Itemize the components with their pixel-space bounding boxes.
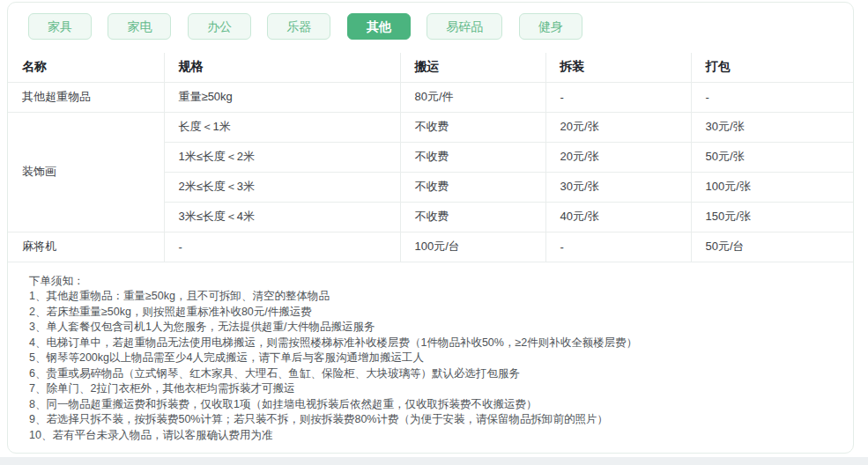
table-row: 麻将机 - 100元/台 - 50元/台 (8, 232, 853, 262)
spec-cell: 重量≥50kg (164, 82, 400, 112)
bottom-divider (0, 457, 868, 465)
moving-cell: 不收费 (400, 112, 545, 142)
moving-cell: 80元/件 (400, 82, 545, 112)
note-item: 8、同一物品超重搬运费和拆装费，仅收取1项（如挂墙电视拆装后依然超重，仅收取拆装… (29, 397, 832, 413)
note-item: 10、若有平台未录入物品，请以客服确认费用为准 (29, 428, 832, 444)
table-row: 装饰画 长度＜1米 不收费 20元/张 30元/张 (8, 112, 853, 142)
spec-cell: 1米≤长度＜2米 (164, 142, 400, 172)
tab-office[interactable]: 办公 (188, 13, 251, 40)
column-header-spec: 规格 (164, 53, 400, 82)
moving-cell: 100元/台 (400, 232, 545, 262)
category-tabs: 家具 家电 办公 乐器 其他 易碎品 健身 (8, 3, 853, 41)
column-header-packing: 打包 (691, 53, 853, 82)
moving-cell: 不收费 (400, 202, 545, 232)
packing-cell: 100元/张 (691, 172, 853, 202)
table-header-row: 名称 规格 搬运 拆装 打包 (8, 53, 853, 82)
packing-cell: 150元/张 (691, 202, 853, 232)
tab-instruments[interactable]: 乐器 (267, 13, 330, 40)
disassembly-cell: 30元/张 (545, 172, 691, 202)
disassembly-cell: 20元/张 (545, 112, 691, 142)
spec-cell: 长度＜1米 (164, 112, 400, 142)
pricing-panel: 家具 家电 办公 乐器 其他 易碎品 健身 名称 规格 搬运 拆装 打包 其他超… (7, 2, 854, 454)
column-header-disassembly: 拆装 (545, 53, 691, 82)
column-header-name: 名称 (8, 53, 164, 82)
tab-fitness[interactable]: 健身 (519, 13, 582, 40)
order-notes: 下单须知： 1、其他超重物品：重量≥50kg，且不可拆卸、清空的整体物品 2、若… (8, 262, 853, 444)
item-name-cell: 麻将机 (8, 232, 164, 262)
disassembly-cell: - (545, 232, 691, 262)
packing-cell: 30元/张 (691, 112, 853, 142)
packing-cell: - (691, 82, 853, 112)
packing-cell: 50元/张 (691, 142, 853, 172)
moving-cell: 不收费 (400, 142, 545, 172)
note-item: 5、钢琴等200kg以上物品需至少4人完成搬运，请下单后与客服沟通增加搬运工人 (29, 351, 832, 366)
table-row: 其他超重物品 重量≥50kg 80元/件 - - (8, 82, 853, 112)
disassembly-cell: 40元/张 (545, 202, 691, 232)
pricing-table: 名称 规格 搬运 拆装 打包 其他超重物品 重量≥50kg 80元/件 - - … (8, 53, 853, 262)
packing-cell: 50元/台 (691, 232, 853, 262)
tab-furniture[interactable]: 家具 (28, 13, 92, 40)
column-header-moving: 搬运 (400, 53, 545, 82)
moving-cell: 不收费 (400, 172, 545, 202)
tab-appliances[interactable]: 家电 (108, 13, 171, 40)
disassembly-cell: - (545, 82, 691, 112)
item-name-cell: 其他超重物品 (8, 82, 164, 112)
tab-fragile[interactable]: 易碎品 (427, 13, 502, 40)
note-item: 7、除单门、2拉门衣柜外，其他衣柜均需拆装才可搬运 (29, 381, 832, 397)
note-item: 1、其他超重物品：重量≥50kg，且不可拆卸、清空的整体物品 (29, 289, 832, 305)
note-item: 3、单人套餐仅包含司机1人为您服务，无法提供超重/大件物品搬运服务 (29, 320, 832, 336)
spec-cell: 2米≤长度＜3米 (164, 172, 400, 202)
spec-cell: - (164, 232, 400, 262)
note-item: 4、电梯订单中，若超重物品无法使用电梯搬运，则需按照楼梯标准补收楼层费（1件物品… (29, 336, 832, 351)
note-item: 6、贵重或易碎物品（立式钢琴、红木家具、大理石、鱼缸、保险柜、大块玻璃等）默认必… (29, 366, 832, 382)
note-item: 2、若床垫重量≥50kg，则按照超重标准补收80元/件搬运费 (29, 305, 832, 321)
disassembly-cell: 20元/张 (545, 142, 691, 172)
item-name-cell: 装饰画 (8, 112, 164, 232)
note-item: 9、若选择只拆不装，按拆装费50%计算；若只装不拆，则按拆装费80%计费（为便于… (29, 412, 832, 428)
notes-title: 下单须知： (29, 274, 832, 290)
spec-cell: 3米≤长度＜4米 (164, 202, 400, 232)
tab-other[interactable]: 其他 (347, 13, 411, 40)
